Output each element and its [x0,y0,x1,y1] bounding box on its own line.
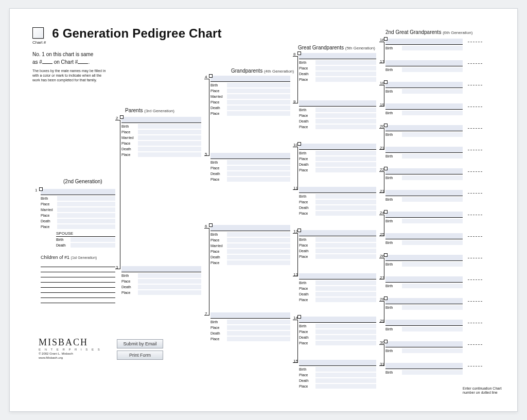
field-input[interactable] [227,325,290,330]
name-input[interactable] [41,189,115,195]
field-input[interactable] [57,207,115,212]
male-checkbox[interactable] [297,315,301,319]
field-input[interactable] [315,125,376,129]
field-input[interactable] [227,238,290,242]
continuation-dash[interactable] [468,279,482,280]
male-checkbox[interactable] [120,115,124,119]
child-line[interactable] [41,262,115,267]
field-input[interactable] [227,160,290,165]
field-input[interactable] [315,335,376,340]
continuation-dash[interactable] [468,323,482,323]
field-input[interactable] [227,111,290,116]
name-input[interactable] [121,117,201,123]
name-input[interactable] [385,125,463,131]
field-input[interactable] [315,378,376,383]
field-input[interactable] [315,329,376,334]
field-input[interactable] [57,196,115,201]
name-input[interactable] [299,360,376,366]
field-input[interactable] [315,66,376,71]
continuation-dash[interactable] [468,128,482,129]
field-input[interactable] [227,177,290,182]
field-input[interactable] [402,219,463,223]
name-input[interactable] [121,266,201,272]
name-input[interactable] [385,82,463,88]
field-input[interactable] [138,152,201,157]
continuation-dash[interactable] [468,171,482,172]
field-input[interactable] [227,255,290,259]
continuation-dash[interactable] [468,85,482,85]
child-line[interactable] [41,277,115,283]
field-input[interactable] [315,113,376,118]
field-input[interactable] [315,297,376,302]
male-checkbox[interactable] [384,296,388,300]
field-input[interactable] [315,168,376,172]
field-input[interactable] [315,77,376,82]
name-input[interactable] [299,53,376,59]
field-input[interactable] [315,151,376,155]
male-checkbox[interactable] [384,167,388,170]
field-input[interactable] [138,290,201,295]
field-input[interactable] [71,243,115,248]
male-checkbox[interactable] [384,80,388,84]
field-input[interactable] [57,202,115,206]
name-input[interactable] [385,212,463,218]
name-input[interactable] [299,230,376,236]
field-input[interactable] [315,384,376,389]
field-input[interactable] [315,237,376,242]
field-input[interactable] [315,119,376,124]
male-checkbox[interactable] [209,223,213,227]
field-input[interactable] [138,135,201,140]
field-input[interactable] [227,249,290,254]
name-input[interactable] [385,276,463,283]
child-line[interactable] [41,267,115,272]
field-input[interactable] [315,286,376,291]
name-input[interactable] [385,60,463,66]
field-input[interactable] [71,237,115,242]
name-input[interactable] [385,363,463,369]
field-input[interactable] [402,305,463,310]
name-input[interactable] [385,255,463,261]
field-input[interactable] [315,341,376,345]
field-input[interactable] [57,224,115,229]
field-input[interactable] [315,72,376,76]
continuation-dash[interactable] [468,42,482,42]
child-line[interactable] [41,293,115,298]
name-input[interactable] [385,168,463,174]
name-input[interactable] [385,147,463,153]
male-checkbox[interactable] [384,210,388,214]
field-input[interactable] [138,273,201,278]
continuation-dash[interactable] [468,344,482,345]
field-input[interactable] [315,200,376,204]
field-input[interactable] [402,89,463,94]
field-input[interactable] [227,243,290,248]
field-input[interactable] [315,156,376,161]
name-input[interactable] [299,317,376,323]
field-input[interactable] [227,166,290,170]
name-input[interactable] [385,103,463,110]
field-input[interactable] [227,260,290,265]
field-input[interactable] [402,111,463,115]
name-input[interactable] [210,153,290,159]
name-input[interactable] [210,76,290,82]
field-input[interactable] [227,320,290,324]
name-input[interactable] [385,190,463,196]
male-checkbox[interactable] [384,253,388,257]
continuation-dash[interactable] [468,150,482,150]
field-input[interactable] [57,213,115,218]
continuation-dash[interactable] [468,258,482,258]
child-line[interactable] [41,288,115,293]
field-input[interactable] [402,262,463,267]
field-input[interactable] [315,373,376,377]
name-input[interactable] [385,341,463,347]
continuation-dash[interactable] [468,215,482,215]
male-checkbox[interactable] [297,142,301,146]
continuation-dash[interactable] [468,107,482,107]
male-checkbox[interactable] [384,37,388,41]
child-line[interactable] [41,283,115,288]
field-input[interactable] [227,171,290,176]
field-input[interactable] [402,154,463,159]
field-input[interactable] [138,147,201,151]
name-input[interactable] [210,312,290,319]
field-input[interactable] [402,284,463,288]
field-input[interactable] [227,106,290,110]
